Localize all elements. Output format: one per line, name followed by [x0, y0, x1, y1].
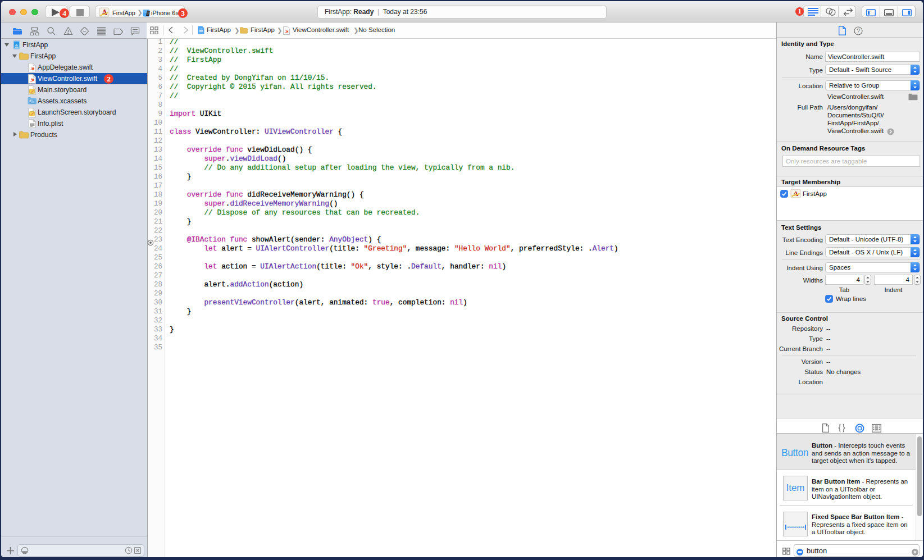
svg-text:A: A	[793, 189, 799, 198]
svg-text:?: ?	[857, 28, 860, 34]
